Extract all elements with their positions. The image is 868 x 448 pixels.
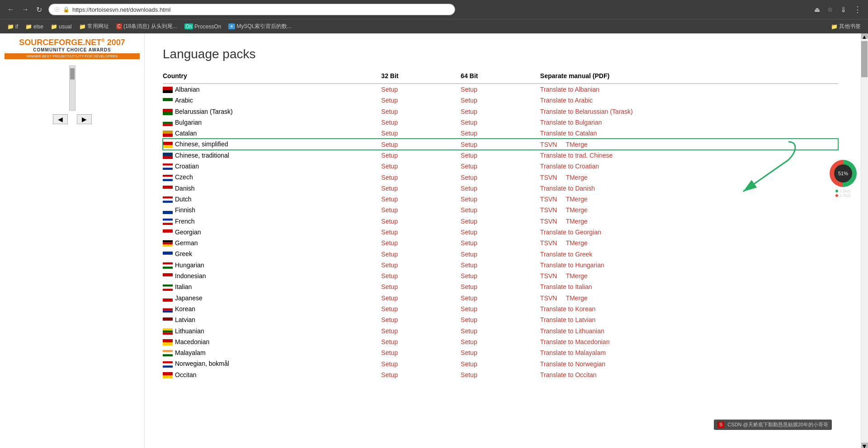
manual-cell[interactable]: Translate to Arabic [540,95,838,106]
translate-link[interactable]: Translate to Catalan [540,130,597,137]
setup-32bit-anchor[interactable]: Setup [381,349,398,356]
setup-64bit-link[interactable]: Setup [461,205,540,215]
setup-32bit-link[interactable]: Setup [381,314,461,325]
tmerge-link[interactable]: TMerge [566,239,587,247]
setup-64bit-link[interactable]: Setup [461,326,540,336]
setup-32bit-anchor[interactable]: Setup [381,206,398,214]
setup-32bit-anchor[interactable]: Setup [381,338,398,345]
manual-cell[interactable]: Translate to Belarussian (Tarask) [540,106,838,117]
setup-64bit-anchor[interactable]: Setup [461,163,477,170]
setup-64bit-link[interactable]: Setup [461,161,540,172]
manual-cell[interactable]: Translate to Latvian [540,314,838,325]
setup-32bit-anchor[interactable]: Setup [381,174,398,181]
translate-link[interactable]: Translate to Malayalam [540,349,606,356]
setup-64bit-anchor[interactable]: Setup [461,272,477,280]
bookmark-usual[interactable]: 📁 usual [48,23,75,31]
manual-cell[interactable]: Translate to Occitan [540,369,838,380]
bookmark-csdn[interactable]: C (18条消息) 从头到尾... [113,22,180,31]
setup-64bit-link[interactable]: Setup [461,216,540,227]
setup-64bit-anchor[interactable]: Setup [461,196,477,203]
setup-32bit-anchor[interactable]: Setup [381,152,398,159]
tsvn-link[interactable]: TSVN [540,206,557,214]
setup-32bit-link[interactable]: Setup [381,139,461,149]
tmerge-link[interactable]: TMerge [566,294,587,302]
setup-64bit-anchor[interactable]: Setup [461,108,477,115]
setup-64bit-link[interactable]: Setup [461,293,540,303]
translate-link[interactable]: Translate to Belarussian (Tarask) [540,108,633,115]
setup-64bit-anchor[interactable]: Setup [461,327,477,335]
tmerge-link[interactable]: TMerge [566,272,587,280]
manual-cell[interactable]: Translate to Lithuanian [540,326,838,336]
setup-32bit-anchor[interactable]: Setup [381,119,398,126]
setup-32bit-anchor[interactable]: Setup [381,185,398,192]
tmerge-link[interactable]: TMerge [566,196,587,203]
manual-cell[interactable]: TSVN TMerge [540,194,838,205]
setup-32bit-anchor[interactable]: Setup [381,196,398,203]
setup-64bit-anchor[interactable]: Setup [461,152,477,159]
setup-32bit-link[interactable]: Setup [381,150,461,161]
manual-cell[interactable]: Translate to Danish [540,183,838,194]
setup-32bit-link[interactable]: Setup [381,128,461,139]
manual-cell[interactable]: Translate to Albanian [540,84,838,95]
setup-64bit-anchor[interactable]: Setup [461,86,477,93]
scrollbar-up-btn[interactable]: ▲ [861,33,868,39]
setup-64bit-anchor[interactable]: Setup [461,360,477,368]
tmerge-link[interactable]: TMerge [566,141,587,148]
translate-link[interactable]: Translate to Bulgarian [540,119,602,126]
setup-64bit-link[interactable]: Setup [461,139,540,149]
setup-64bit-link[interactable]: Setup [461,194,540,205]
translate-link[interactable]: Translate to Albanian [540,86,599,93]
tmerge-link[interactable]: TMerge [566,206,587,214]
setup-32bit-anchor[interactable]: Setup [381,305,398,313]
setup-32bit-link[interactable]: Setup [381,205,461,215]
scrollbar-thumb[interactable] [70,68,75,79]
setup-64bit-anchor[interactable]: Setup [461,141,477,148]
setup-64bit-anchor[interactable]: Setup [461,316,477,323]
bookmark-button[interactable]: ☆ [826,4,835,15]
main-scrollbar[interactable]: ▲ ▼ [861,33,868,448]
setup-64bit-link[interactable]: Setup [461,117,540,128]
setup-32bit-anchor[interactable]: Setup [381,86,398,93]
setup-64bit-link[interactable]: Setup [461,227,540,238]
setup-32bit-link[interactable]: Setup [381,238,461,248]
setup-64bit-link[interactable]: Setup [461,303,540,314]
setup-64bit-link[interactable]: Setup [461,271,540,281]
manual-cell[interactable]: Translate to Hungarian [540,260,838,271]
setup-64bit-anchor[interactable]: Setup [461,218,477,225]
setup-64bit-anchor[interactable]: Setup [461,239,477,247]
manual-cell[interactable]: TSVN TMerge [540,139,838,149]
manual-cell[interactable]: Translate to Korean [540,303,838,314]
manual-cell[interactable]: Translate to Greek [540,248,838,259]
setup-64bit-link[interactable]: Setup [461,150,540,161]
setup-32bit-anchor[interactable]: Setup [381,229,398,236]
setup-32bit-anchor[interactable]: Setup [381,97,398,104]
setup-32bit-link[interactable]: Setup [381,117,461,128]
setup-64bit-anchor[interactable]: Setup [461,174,477,181]
setup-32bit-anchor[interactable]: Setup [381,261,398,269]
setup-32bit-anchor[interactable]: Setup [381,163,398,170]
setup-32bit-link[interactable]: Setup [381,161,461,172]
setup-64bit-link[interactable]: Setup [461,128,540,139]
setup-64bit-anchor[interactable]: Setup [461,294,477,302]
setup-64bit-link[interactable]: Setup [461,95,540,106]
tmerge-link[interactable]: TMerge [566,218,587,225]
forward-button[interactable]: → [19,4,32,15]
setup-64bit-anchor[interactable]: Setup [461,251,477,258]
setup-64bit-anchor[interactable]: Setup [461,97,477,104]
setup-64bit-link[interactable]: Setup [461,106,540,117]
setup-32bit-link[interactable]: Setup [381,281,461,292]
translate-link[interactable]: Translate to Danish [540,185,595,192]
setup-32bit-link[interactable]: Setup [381,183,461,194]
refresh-button[interactable]: ↻ [33,4,45,16]
manual-cell[interactable]: Translate to Catalan [540,128,838,139]
tsvn-link[interactable]: TSVN [540,272,557,280]
manual-cell[interactable]: Translate to Italian [540,281,838,292]
setup-32bit-anchor[interactable]: Setup [381,283,398,290]
scrollbar-thumb-main[interactable] [861,41,868,77]
manual-cell[interactable]: TSVN TMerge [540,238,838,248]
setup-32bit-link[interactable]: Setup [381,216,461,227]
setup-32bit-link[interactable]: Setup [381,260,461,271]
tsvn-link[interactable]: TSVN [540,141,557,148]
setup-64bit-anchor[interactable]: Setup [461,185,477,192]
bookmark-processon[interactable]: On ProcessOn [182,23,224,31]
